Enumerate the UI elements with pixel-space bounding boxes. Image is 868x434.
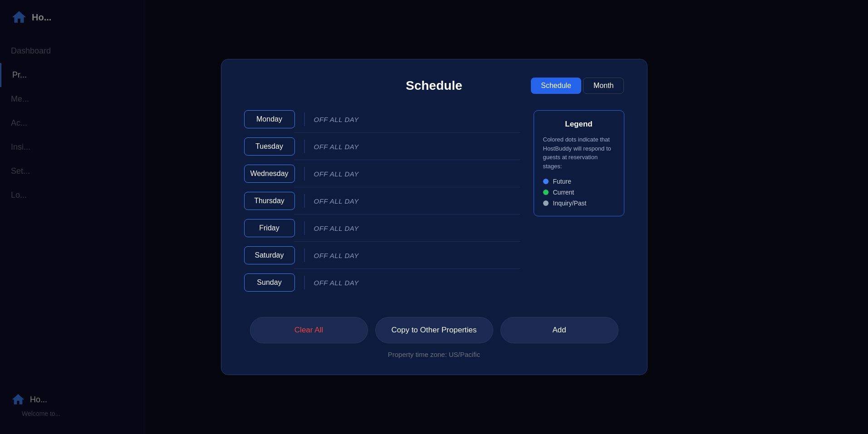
- day-separator: [304, 140, 305, 153]
- month-view-button[interactable]: Month: [583, 78, 624, 94]
- saturday-status: OFF ALL DAY: [314, 252, 359, 259]
- saturday-button[interactable]: Saturday: [244, 246, 295, 264]
- friday-status: OFF ALL DAY: [314, 224, 359, 232]
- timezone-text: Property time zone: US/Pacific: [244, 351, 624, 358]
- friday-button[interactable]: Friday: [244, 219, 295, 237]
- day-separator: [304, 221, 305, 235]
- monday-status: OFF ALL DAY: [314, 116, 359, 123]
- day-separator: [304, 167, 305, 180]
- wednesday-button[interactable]: Wednesday: [244, 165, 295, 183]
- schedule-row-sunday: Sunday OFF ALL DAY: [244, 273, 520, 292]
- future-dot: [543, 179, 549, 184]
- modal-overlay: Schedule Schedule Month Monday OFF ALL D…: [0, 0, 868, 434]
- modal-title: Schedule: [371, 78, 497, 93]
- schedule-row-thursday: Thursday OFF ALL DAY: [244, 192, 520, 210]
- legend-items: Future Current Inquiry/Past: [543, 178, 615, 207]
- modal-header: Schedule Schedule Month: [244, 78, 624, 94]
- view-toggle: Schedule Month: [497, 78, 624, 94]
- legend-title: Legend: [543, 120, 615, 129]
- legend-item-inquiry: Inquiry/Past: [543, 200, 615, 207]
- wednesday-status: OFF ALL DAY: [314, 170, 359, 178]
- day-separator: [304, 194, 305, 208]
- legend-inquiry-label: Inquiry/Past: [553, 200, 587, 207]
- schedule-row-tuesday: Tuesday OFF ALL DAY: [244, 137, 520, 156]
- add-button[interactable]: Add: [500, 317, 618, 343]
- schedule-row-saturday: Saturday OFF ALL DAY: [244, 246, 520, 264]
- thursday-button[interactable]: Thursday: [244, 192, 295, 210]
- tuesday-status: OFF ALL DAY: [314, 143, 359, 151]
- inquiry-dot: [543, 200, 549, 206]
- sunday-status: OFF ALL DAY: [314, 279, 359, 287]
- copy-to-properties-button[interactable]: Copy to Other Properties: [375, 317, 493, 343]
- schedule-modal: Schedule Schedule Month Monday OFF ALL D…: [221, 59, 647, 375]
- footer-buttons: Clear All Copy to Other Properties Add: [244, 317, 624, 343]
- legend-current-label: Current: [553, 189, 574, 196]
- modal-body: Monday OFF ALL DAY Tuesday OFF ALL DAY W…: [244, 110, 624, 301]
- current-dot: [543, 190, 549, 195]
- modal-footer: Clear All Copy to Other Properties Add P…: [244, 317, 624, 358]
- monday-button[interactable]: Monday: [244, 110, 295, 128]
- legend-description: Colored dots indicate that HostBuddy wil…: [543, 135, 615, 171]
- day-separator: [304, 249, 305, 262]
- thursday-status: OFF ALL DAY: [314, 197, 359, 205]
- sunday-button[interactable]: Sunday: [244, 273, 295, 292]
- legend-box: Legend Colored dots indicate that HostBu…: [534, 110, 624, 216]
- schedule-row-monday: Monday OFF ALL DAY: [244, 110, 520, 128]
- legend-item-current: Current: [543, 189, 615, 196]
- schedule-list: Monday OFF ALL DAY Tuesday OFF ALL DAY W…: [244, 110, 520, 301]
- schedule-view-button[interactable]: Schedule: [531, 78, 581, 94]
- legend-future-label: Future: [553, 178, 571, 185]
- day-separator: [304, 112, 305, 126]
- legend-item-future: Future: [543, 178, 615, 185]
- clear-all-button[interactable]: Clear All: [250, 317, 368, 343]
- tuesday-button[interactable]: Tuesday: [244, 137, 295, 156]
- schedule-row-friday: Friday OFF ALL DAY: [244, 219, 520, 237]
- schedule-row-wednesday: Wednesday OFF ALL DAY: [244, 165, 520, 183]
- day-separator: [304, 276, 305, 289]
